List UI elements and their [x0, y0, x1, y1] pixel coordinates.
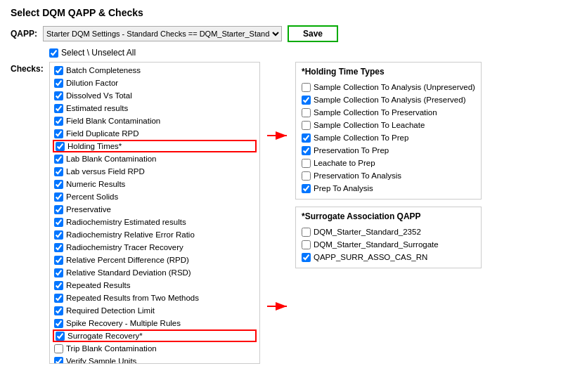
ht-label-ht3[interactable]: Sample Collection To Preservation — [314, 108, 437, 117]
ht-label-ht6[interactable]: Preservation To Prep — [314, 146, 389, 155]
holding-time-options: Sample Collection To Analysis (Unpreserv… — [302, 81, 475, 195]
page-title: Select DQM QAPP & Checks — [11, 7, 576, 18]
ht-checkbox-ht3[interactable] — [302, 108, 311, 117]
checkbox-c10[interactable] — [54, 180, 63, 189]
label-c7[interactable]: Holding Times* — [67, 142, 122, 150]
sa-label-sa2[interactable]: DQM_Starter_Standard_Surrogate — [314, 240, 439, 249]
checks-list: Batch CompletenessDilution FactorDissolv… — [49, 62, 260, 364]
label-c10[interactable]: Numeric Results — [66, 180, 125, 188]
ht-label-ht8[interactable]: Preservation To Analysis — [314, 171, 401, 180]
checkbox-c3[interactable] — [54, 91, 63, 100]
checkbox-c13[interactable] — [54, 218, 63, 227]
ht-item-ht3: Sample Collection To Preservation — [302, 106, 475, 119]
label-c17[interactable]: Relative Standard Deviation (RSD) — [66, 268, 191, 277]
ht-checkbox-ht4[interactable] — [302, 121, 311, 130]
sa-checkbox-sa1[interactable] — [302, 228, 311, 237]
checkbox-c23[interactable] — [54, 344, 63, 353]
ht-checkbox-ht9[interactable] — [302, 184, 311, 193]
check-item-c22: Surrogate Recovery* — [53, 329, 257, 342]
ht-label-ht5[interactable]: Sample Collection To Prep — [314, 133, 408, 142]
ht-item-ht2: Sample Collection To Analysis (Preserved… — [302, 93, 475, 106]
ht-checkbox-ht6[interactable] — [302, 146, 311, 155]
select-all-label[interactable]: Select \ Unselect All — [61, 48, 136, 58]
label-c20[interactable]: Required Detection Limit — [66, 306, 155, 315]
save-button[interactable]: Save — [288, 25, 338, 42]
checkbox-c19[interactable] — [54, 294, 63, 303]
ht-label-ht2[interactable]: Sample Collection To Analysis (Preserved… — [314, 96, 465, 104]
checkbox-c22[interactable] — [56, 332, 65, 341]
arrows-svg — [267, 62, 288, 364]
ht-label-ht7[interactable]: Leachate to Prep — [314, 159, 375, 167]
label-c1[interactable]: Batch Completeness — [66, 66, 141, 74]
checkbox-c16[interactable] — [54, 256, 63, 265]
label-c3[interactable]: Dissolved Vs Total — [66, 91, 132, 100]
ht-item-ht1: Sample Collection To Analysis (Unpreserv… — [302, 81, 475, 93]
label-c2[interactable]: Dilution Factor — [66, 79, 118, 87]
label-c12[interactable]: Preservative — [66, 205, 111, 214]
label-c18[interactable]: Repeated Results — [66, 281, 130, 289]
checkbox-c12[interactable] — [54, 205, 63, 214]
checkbox-c11[interactable] — [54, 192, 63, 202]
surrogate-options: DQM_Starter_Standard_2352DQM_Starter_Sta… — [302, 226, 475, 263]
arrows-column — [267, 62, 288, 366]
label-c14[interactable]: Radiochemistry Relative Error Ratio — [66, 230, 195, 239]
ht-checkbox-ht7[interactable] — [302, 159, 311, 168]
ht-checkbox-ht2[interactable] — [302, 96, 311, 105]
sa-checkbox-sa3[interactable] — [302, 253, 311, 262]
ht-checkbox-ht5[interactable] — [302, 133, 311, 143]
checkbox-c6[interactable] — [54, 129, 63, 138]
checkbox-c5[interactable] — [54, 117, 63, 126]
checkbox-c8[interactable] — [54, 155, 63, 164]
checkbox-c17[interactable] — [54, 268, 63, 277]
checkbox-c21[interactable] — [54, 319, 63, 328]
ht-label-ht4[interactable]: Sample Collection To Leachate — [314, 121, 425, 129]
label-c19[interactable]: Repeated Results from Two Methods — [66, 294, 199, 302]
select-all-checkbox[interactable] — [49, 48, 58, 58]
check-item-c5: Field Blank Contamination — [53, 115, 257, 127]
ht-label-ht9[interactable]: Prep To Analysis — [314, 184, 373, 192]
checkbox-c20[interactable] — [54, 306, 63, 315]
checkbox-c15[interactable] — [54, 243, 63, 252]
check-item-c10: Numeric Results — [53, 178, 257, 190]
ht-checkbox-ht1[interactable] — [302, 83, 311, 92]
ht-item-ht8: Preservation To Analysis — [302, 169, 475, 182]
holding-time-title: *Holding Time Types — [302, 67, 475, 77]
ht-label-ht1[interactable]: Sample Collection To Analysis (Unpreserv… — [314, 83, 475, 91]
ht-item-ht7: Leachate to Prep — [302, 157, 475, 169]
sa-label-sa3[interactable]: QAPP_SURR_ASSO_CAS_RN — [314, 253, 427, 261]
checkbox-c4[interactable] — [54, 104, 63, 113]
ht-item-ht5: Sample Collection To Prep — [302, 131, 475, 144]
label-c16[interactable]: Relative Percent Difference (RPD) — [66, 256, 189, 264]
label-c4[interactable]: Estimated results — [66, 104, 128, 112]
ht-item-ht4: Sample Collection To Leachate — [302, 119, 475, 131]
label-c9[interactable]: Lab versus Field RPD — [66, 167, 145, 176]
label-c24[interactable]: Verify Sample Units — [66, 357, 136, 364]
label-c22[interactable]: Surrogate Recovery* — [67, 332, 143, 340]
check-item-c23: Trip Blank Contamination — [53, 342, 257, 355]
checkbox-c18[interactable] — [54, 281, 63, 290]
sa-label-sa1[interactable]: DQM_Starter_Standard_2352 — [314, 228, 421, 236]
label-c23[interactable]: Trip Blank Contamination — [66, 344, 157, 353]
checkbox-c2[interactable] — [54, 79, 63, 88]
qapp-dropdown[interactable]: Starter DQM Settings - Standard Checks =… — [43, 26, 282, 41]
label-c11[interactable]: Percent Solids — [66, 192, 118, 201]
checkbox-c1[interactable] — [54, 66, 63, 75]
label-c8[interactable]: Lab Blank Contamination — [66, 155, 157, 163]
label-c21[interactable]: Spike Recovery - Multiple Rules — [66, 319, 181, 327]
checkbox-c9[interactable] — [54, 167, 63, 176]
checkbox-c14[interactable] — [54, 230, 63, 240]
check-item-c14: Radiochemistry Relative Error Ratio — [53, 228, 257, 241]
sa-item-sa2: DQM_Starter_Standard_Surrogate — [302, 238, 475, 251]
label-c5[interactable]: Field Blank Contamination — [66, 117, 160, 125]
holding-time-section: *Holding Time Types Sample Collection To… — [295, 62, 482, 200]
label-c13[interactable]: Radiochemistry Estimated results — [66, 218, 186, 226]
check-item-c13: Radiochemistry Estimated results — [53, 216, 257, 228]
check-item-c6: Field Duplicate RPD — [53, 127, 257, 140]
label-c15[interactable]: Radiochemistry Tracer Recovery — [66, 243, 183, 251]
label-c6[interactable]: Field Duplicate RPD — [66, 129, 139, 138]
check-item-c12: Preservative — [53, 203, 257, 216]
checkbox-c7[interactable] — [56, 142, 65, 151]
ht-checkbox-ht8[interactable] — [302, 171, 311, 181]
sa-checkbox-sa2[interactable] — [302, 240, 311, 249]
checkbox-c24[interactable] — [54, 357, 63, 365]
